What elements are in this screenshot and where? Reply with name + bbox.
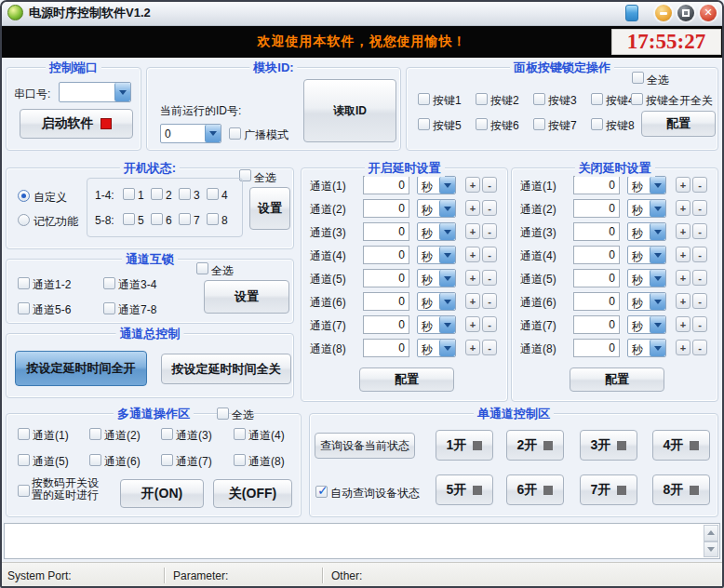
- close-button[interactable]: ✕: [700, 5, 717, 21]
- off-delay-ch4-plus-button[interactable]: +: [676, 247, 690, 262]
- on-delay-ch7-input[interactable]: [363, 315, 409, 334]
- off-delay-ch8-input[interactable]: [573, 339, 620, 357]
- interlock-56-checkbox[interactable]: [18, 302, 30, 314]
- off-delay-ch7-unit-select[interactable]: 秒: [627, 315, 666, 334]
- start-software-button[interactable]: 启动软件: [20, 109, 133, 139]
- boot-ch2-checkbox[interactable]: [151, 188, 163, 200]
- dropdown-arrow-icon[interactable]: [439, 340, 455, 356]
- key-all-on-off-checkbox[interactable]: [631, 93, 643, 105]
- off-delay-ch7-plus-button[interactable]: +: [676, 316, 690, 332]
- multi-ch3-checkbox[interactable]: [161, 428, 173, 440]
- on-delay-ch8-plus-button[interactable]: +: [465, 340, 480, 355]
- module-id-select[interactable]: 0: [160, 124, 221, 143]
- on-delay-ch1-unit-select[interactable]: 秒: [417, 176, 456, 194]
- off-delay-ch2-minus-button[interactable]: -: [692, 200, 707, 216]
- channel6-on-button[interactable]: 6开: [506, 474, 564, 505]
- off-delay-ch1-minus-button[interactable]: -: [692, 177, 707, 193]
- log-textarea[interactable]: [4, 523, 720, 559]
- channel3-on-button[interactable]: 3开: [580, 430, 637, 461]
- on-delay-ch3-unit-select[interactable]: 秒: [417, 222, 456, 241]
- multi-ch5-checkbox[interactable]: [18, 454, 30, 466]
- off-delay-ch1-unit-select[interactable]: 秒: [627, 176, 666, 194]
- serial-port-select[interactable]: [59, 82, 131, 102]
- multi-ch1-checkbox[interactable]: [18, 428, 30, 440]
- multi-ch6-checkbox[interactable]: [89, 454, 101, 466]
- on-delay-ch4-unit-select[interactable]: 秒: [417, 246, 456, 264]
- dropdown-arrow-icon[interactable]: [114, 83, 130, 101]
- on-delay-ch7-unit-select[interactable]: 秒: [417, 315, 456, 334]
- boot-ch3-checkbox[interactable]: [179, 188, 191, 200]
- on-delay-ch3-input[interactable]: [363, 222, 409, 241]
- multi-ch2-checkbox[interactable]: [89, 428, 101, 440]
- key6-checkbox[interactable]: [476, 118, 488, 130]
- on-delay-ch6-input[interactable]: [363, 292, 409, 311]
- off-delay-ch3-plus-button[interactable]: +: [676, 223, 690, 239]
- on-delay-ch3-plus-button[interactable]: +: [465, 223, 480, 239]
- off-delay-ch8-unit-select[interactable]: 秒: [627, 339, 666, 357]
- dropdown-arrow-icon[interactable]: [205, 125, 221, 142]
- interlock-34-checkbox[interactable]: [103, 277, 115, 289]
- off-delay-ch6-unit-select[interactable]: 秒: [627, 292, 666, 311]
- boot-set-button[interactable]: 设置: [249, 187, 290, 230]
- on-delay-ch5-minus-button[interactable]: -: [482, 270, 497, 286]
- broadcast-mode-checkbox[interactable]: [229, 127, 241, 140]
- boot-ch8-checkbox[interactable]: [207, 213, 219, 225]
- channel7-on-button[interactable]: 7开: [580, 474, 637, 505]
- channel1-on-button[interactable]: 1开: [436, 430, 493, 461]
- channel4-on-button[interactable]: 4开: [652, 430, 710, 461]
- on-delay-ch2-input[interactable]: [363, 199, 409, 218]
- interlock-12-checkbox[interactable]: [18, 277, 30, 289]
- off-delay-ch6-plus-button[interactable]: +: [676, 293, 690, 309]
- on-delay-ch8-input[interactable]: [363, 339, 409, 357]
- maximize-button[interactable]: [677, 5, 694, 21]
- dropdown-arrow-icon[interactable]: [650, 316, 665, 333]
- boot-ch6-checkbox[interactable]: [151, 213, 163, 225]
- off-delay-ch3-input[interactable]: [573, 222, 620, 241]
- off-delay-ch3-unit-select[interactable]: 秒: [627, 222, 666, 241]
- boot-ch4-checkbox[interactable]: [207, 188, 219, 200]
- on-delay-ch4-input[interactable]: [363, 246, 409, 264]
- dropdown-arrow-icon[interactable]: [439, 247, 455, 263]
- off-delay-ch2-unit-select[interactable]: 秒: [627, 199, 666, 218]
- key3-checkbox[interactable]: [533, 93, 545, 105]
- scrollbar-down-icon[interactable]: [704, 541, 718, 558]
- off-delay-ch5-input[interactable]: [573, 269, 620, 287]
- interlock-78-checkbox[interactable]: [103, 302, 115, 314]
- dropdown-arrow-icon[interactable]: [650, 223, 665, 240]
- dropdown-arrow-icon[interactable]: [439, 177, 455, 194]
- off-delay-ch4-input[interactable]: [573, 246, 620, 264]
- on-delay-ch6-plus-button[interactable]: +: [465, 293, 480, 309]
- dropdown-arrow-icon[interactable]: [650, 270, 665, 287]
- skin-icon[interactable]: [625, 5, 638, 21]
- on-delay-ch5-plus-button[interactable]: +: [465, 270, 480, 286]
- off-delay-ch2-input[interactable]: [573, 199, 620, 218]
- channel2-on-button[interactable]: 2开: [506, 430, 564, 461]
- query-status-button[interactable]: 查询设备当前状态: [315, 433, 415, 459]
- multi-select-all-checkbox[interactable]: [217, 408, 229, 420]
- off-delay-ch8-plus-button[interactable]: +: [676, 340, 690, 355]
- off-delay-ch4-minus-button[interactable]: -: [692, 247, 707, 262]
- multi-off-button[interactable]: 关(OFF): [213, 479, 292, 508]
- multi-on-button[interactable]: 开(ON): [120, 479, 204, 508]
- on-delay-ch5-input[interactable]: [363, 269, 409, 287]
- minimize-button[interactable]: [655, 5, 672, 21]
- on-delay-ch6-minus-button[interactable]: -: [482, 293, 497, 309]
- multi-ch7-checkbox[interactable]: [161, 454, 173, 466]
- boot-ch5-checkbox[interactable]: [123, 213, 135, 225]
- dropdown-arrow-icon[interactable]: [650, 340, 665, 356]
- log-scrollbar[interactable]: [704, 525, 718, 557]
- all-off-delay-button[interactable]: 按设定延时时间全关: [161, 354, 291, 384]
- boot-ch1-checkbox[interactable]: [123, 188, 135, 200]
- off-delay-ch5-unit-select[interactable]: 秒: [627, 269, 666, 287]
- dropdown-arrow-icon[interactable]: [439, 270, 455, 287]
- off-delay-ch5-minus-button[interactable]: -: [692, 270, 707, 286]
- dropdown-arrow-icon[interactable]: [650, 293, 665, 310]
- on-delay-ch5-unit-select[interactable]: 秒: [417, 269, 456, 287]
- on-delay-ch8-unit-select[interactable]: 秒: [417, 339, 456, 357]
- off-delay-ch7-minus-button[interactable]: -: [692, 316, 707, 332]
- memory-radio[interactable]: [18, 214, 30, 226]
- on-delay-ch1-plus-button[interactable]: +: [465, 177, 480, 193]
- on-delay-ch4-minus-button[interactable]: -: [482, 247, 497, 262]
- off-delay-ch6-minus-button[interactable]: -: [692, 293, 707, 309]
- dropdown-arrow-icon[interactable]: [439, 223, 455, 240]
